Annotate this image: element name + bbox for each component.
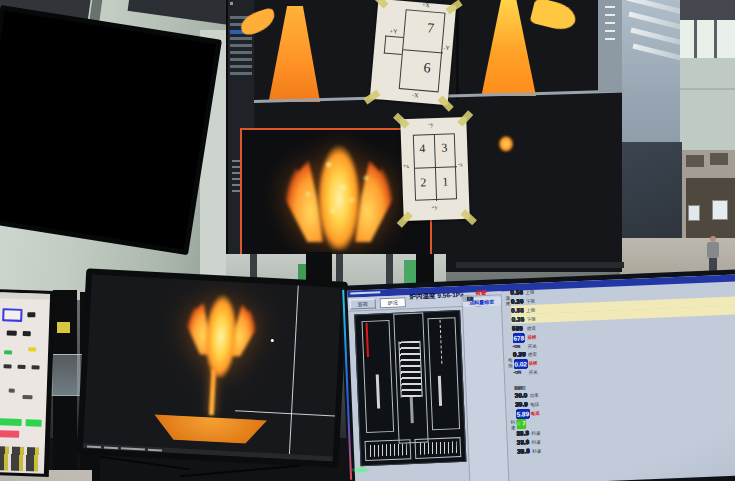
crosshair-horizontal xyxy=(235,410,335,416)
value-cell: 30.0 xyxy=(515,391,528,399)
hmi-field xyxy=(22,395,32,399)
furnace-status-field[interactable]: 炉况 xyxy=(380,297,406,308)
value-cell: 0.25 xyxy=(511,315,524,323)
lit-window xyxy=(712,200,728,220)
value-cell: 684 xyxy=(512,324,523,331)
hmi-table xyxy=(0,446,41,472)
tape xyxy=(372,0,388,9)
flame-core xyxy=(199,286,244,378)
hmi-screen xyxy=(0,292,50,474)
hmi-field[interactable] xyxy=(7,330,17,335)
pour-spout-flame xyxy=(530,0,579,33)
person-body xyxy=(707,242,719,258)
process-value-tables: 温度电极料速上限0.640.780.540.560.560.540.56下限0.… xyxy=(503,278,735,481)
hmi-field[interactable] xyxy=(17,365,25,369)
pour-flame xyxy=(165,285,280,383)
scada-monitor: 监视 炉况 炉内温度 9.56-1Pa 报警 水量区间 xyxy=(340,269,735,481)
thermal-imaging-monitors: 7 6 +X -Y -X +Y xyxy=(226,0,622,272)
tape xyxy=(460,209,476,225)
toolbar-icon[interactable] xyxy=(605,6,615,8)
hmi-field[interactable] xyxy=(23,331,31,336)
value-cell: 0.02 xyxy=(514,359,527,369)
toolbar-icon[interactable] xyxy=(605,30,615,32)
value-cell: 33.2 xyxy=(516,429,529,437)
hmi-field[interactable] xyxy=(4,364,12,368)
axis-label: -X xyxy=(412,92,419,99)
control-room-scene: 7 6 +X -Y -X +Y xyxy=(0,0,735,481)
axis-label: +X xyxy=(422,2,430,9)
hall-skylight xyxy=(680,20,735,58)
power-led xyxy=(348,466,374,474)
sidebar-item[interactable] xyxy=(230,72,252,75)
grid-cell-number: 4 xyxy=(419,141,426,156)
side-label: 温度 xyxy=(504,296,510,307)
row-label xyxy=(514,379,540,380)
sidebar-item[interactable] xyxy=(230,51,252,54)
window-mullion xyxy=(714,20,717,58)
value-cell: 0.00 xyxy=(513,350,526,358)
axis-label: -x xyxy=(458,161,463,167)
hmi-green-button[interactable] xyxy=(25,419,41,427)
sidebar-item[interactable] xyxy=(230,37,252,40)
axis-label: -y xyxy=(428,121,433,127)
value-cell: 678 xyxy=(513,333,524,342)
grid-cell-number: 2 xyxy=(420,175,427,190)
tuyere-comb xyxy=(365,439,412,461)
app-toolbar-right[interactable] xyxy=(598,0,622,92)
vent-grille xyxy=(710,153,728,165)
value-cell: 30.0 xyxy=(515,400,528,408)
hmi-header xyxy=(0,292,50,300)
flame-core xyxy=(312,136,366,250)
sidebar-item[interactable] xyxy=(230,65,252,68)
grid-cell-number: 1 xyxy=(442,175,449,190)
pour-thermal-screen xyxy=(83,275,342,462)
hall-ceiling xyxy=(680,0,735,20)
axis-label: +y xyxy=(431,204,438,210)
sidebar-item[interactable] xyxy=(230,44,252,47)
hmi-red-button[interactable] xyxy=(0,430,19,438)
value-cell: 846 xyxy=(514,384,523,390)
tape xyxy=(363,90,380,105)
value-cell: 33.6 xyxy=(517,438,530,446)
toolbar-icon[interactable] xyxy=(605,22,615,24)
grid-cell-number: 7 xyxy=(426,20,434,37)
side-label: 电极 xyxy=(506,358,512,369)
camera-grid xyxy=(0,11,216,250)
axis-label: +x xyxy=(403,163,410,169)
sidebar-item[interactable] xyxy=(230,58,252,61)
toolbar-icon[interactable] xyxy=(605,38,615,40)
hmi-field[interactable] xyxy=(27,312,35,317)
dark-window-pane xyxy=(620,142,682,242)
hmi-monitor xyxy=(0,289,55,477)
hmi-indicator xyxy=(28,347,36,351)
tuyere-comb xyxy=(414,437,461,459)
tape xyxy=(457,110,473,126)
control-panel: 水量区间 #110档设定 F70F256R1 预热启动 电极给定 P1P2P3P… xyxy=(462,294,510,481)
yellow-sticker xyxy=(57,322,70,333)
hand-drawn-notch xyxy=(384,36,404,56)
axis-label: +Y xyxy=(389,28,397,35)
value-cell: 0.57 xyxy=(511,306,524,314)
value-cell[interactable]: ▪ON xyxy=(514,369,522,374)
hmi-green-button[interactable] xyxy=(0,418,22,426)
sidebar-toolbar-icons[interactable] xyxy=(230,2,252,12)
toolbar-icon[interactable] xyxy=(230,2,233,5)
mini-field[interactable] xyxy=(465,296,467,301)
value-cell[interactable]: ▪ON xyxy=(513,344,521,349)
tape xyxy=(446,0,463,14)
vent-grille xyxy=(686,155,704,167)
lit-window xyxy=(688,205,700,221)
toolbar-icon[interactable] xyxy=(605,14,615,16)
axis-label: -Y xyxy=(443,45,450,52)
paper-note-grid-7-6: 7 6 +X -Y -X +Y xyxy=(370,0,456,105)
hmi-field[interactable] xyxy=(31,365,39,369)
paper-note-grid-4-3-2-1: 4 3 2 1 -y -x +y +x xyxy=(400,117,470,221)
molten-stream xyxy=(209,369,216,415)
side-label: 料速 xyxy=(509,420,515,431)
electrode-hatch xyxy=(398,341,422,398)
hmi-field xyxy=(9,389,15,393)
grid-cell-number: 6 xyxy=(423,60,431,77)
hmi-selected-box[interactable] xyxy=(2,308,22,322)
value-cell: 0.26 xyxy=(511,297,524,305)
monitor-button[interactable]: 监视 xyxy=(350,299,376,310)
